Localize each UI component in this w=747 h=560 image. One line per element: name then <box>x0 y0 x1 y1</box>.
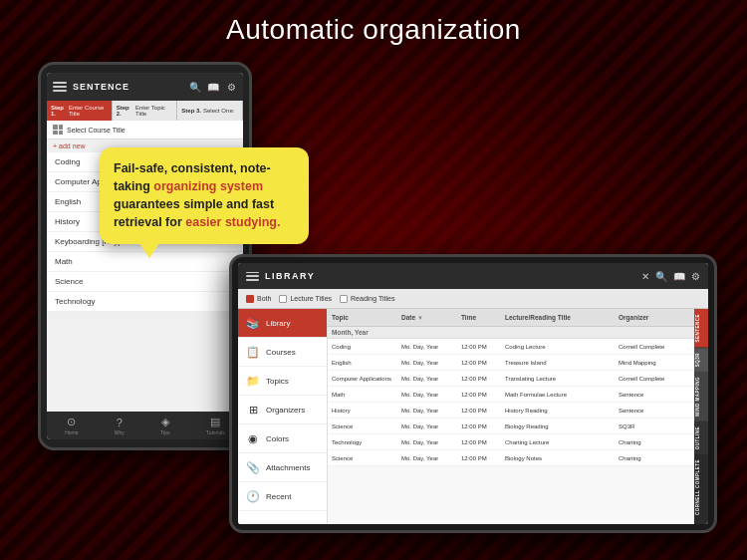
why-button[interactable]: ? Why <box>115 417 124 435</box>
question-icon: ? <box>117 417 123 428</box>
list-item[interactable]: Science <box>47 272 243 292</box>
filter-both[interactable]: Both <box>246 295 271 303</box>
tr-menu-icon[interactable] <box>246 272 259 281</box>
page-title: Automatic organization <box>0 14 747 46</box>
step-2-label: Enter Topic Title <box>135 105 172 117</box>
sidebar-item-organizers[interactable]: ⊞ Organizers <box>238 396 327 424</box>
sidebar-item-attachments[interactable]: 📎 Attachments <box>238 453 327 482</box>
sidetab-cornell[interactable]: CORNELL COMPLETE <box>694 454 708 520</box>
table-row[interactable]: Computer Applications Mo. Day, Year 12:0… <box>328 371 694 387</box>
tl-bottom-bar: ⊙ Home ? Why ◈ Tips ▤ Tutorials <box>47 412 243 439</box>
tutorials-icon: ▤ <box>210 416 220 428</box>
tr-table-header: Topic Date ▼ Time Lecture/Reading Title … <box>328 309 694 327</box>
tr-header-icons: ✕ 🔍 📖 ⚙ <box>641 271 700 282</box>
filter-reading[interactable]: Reading Titles <box>340 295 394 303</box>
table-row[interactable]: History Mo. Day, Year 12:00 PM History R… <box>328 403 694 419</box>
sidetab-mindmapping[interactable]: MIND MAPPING <box>694 372 708 421</box>
sidebar-item-topics[interactable]: 📁 Topics <box>238 367 327 396</box>
sidebar-label-organizers: Organizers <box>266 406 305 415</box>
step-3-label: Select One: <box>203 108 234 114</box>
sidebar-label-library: Library <box>266 319 290 328</box>
callout-bubble: Fail-safe, consistent, note-taking organ… <box>100 147 309 244</box>
sidebar-item-courses[interactable]: 📋 Courses <box>238 338 327 367</box>
courses-icon: 📋 <box>246 345 260 359</box>
sidetab-sqr[interactable]: SQ3R <box>694 348 708 372</box>
book-icon[interactable]: 📖 <box>207 81 219 93</box>
tips-button[interactable]: ◈ Tips <box>160 416 169 435</box>
th-time: Time <box>457 314 501 321</box>
td-title: Coding Lecture <box>501 344 615 350</box>
reading-label: Reading Titles <box>351 295 394 302</box>
colors-icon: ◉ <box>246 431 260 445</box>
step-1[interactable]: Step 1. Enter Course Title <box>47 101 113 121</box>
book-icon[interactable]: 📖 <box>673 271 685 282</box>
step-2[interactable]: Step 2. Enter Topic Title <box>113 101 178 121</box>
lecture-checkbox[interactable] <box>279 295 287 303</box>
table-row[interactable]: Technology Mo. Day, Year 12:00 PM Charti… <box>328 434 694 450</box>
both-checkbox[interactable] <box>246 295 254 303</box>
search-icon[interactable]: 🔍 <box>655 271 667 282</box>
tr-content: 📚 Library 📋 Courses 📁 Topics ⊞ Organizer… <box>238 309 708 524</box>
tr-group-header: Month, Year <box>328 327 694 339</box>
th-title: Lecture/Reading Title <box>501 314 615 321</box>
gear-icon[interactable]: ⚙ <box>691 271 700 282</box>
topics-icon: 📁 <box>246 374 260 388</box>
sidebar-label-recent: Recent <box>266 492 291 501</box>
tr-sidebar: 📚 Library 📋 Courses 📁 Topics ⊞ Organizer… <box>238 309 328 524</box>
home-icon: ⊙ <box>67 416 76 428</box>
search-icon[interactable]: 🔍 <box>189 81 201 93</box>
table-row[interactable]: Math Mo. Day, Year 12:00 PM Math Formula… <box>328 387 694 403</box>
gear-icon[interactable]: ⚙ <box>225 81 237 93</box>
step-1-num: Step 1. <box>51 105 67 117</box>
step-3-num: Step 3. <box>181 108 201 114</box>
library-icon: 📚 <box>246 316 260 330</box>
step-1-label: Enter Course Title <box>69 105 108 117</box>
td-topic: Coding <box>328 344 397 350</box>
tips-icon: ◈ <box>161 416 169 428</box>
tl-header: SENTENCE 🔍 📖 ⚙ <box>47 73 243 101</box>
sidebar-item-library[interactable]: 📚 Library <box>238 309 327 338</box>
both-label: Both <box>257 295 271 302</box>
step-2-num: Step 2. <box>117 105 133 117</box>
tl-course-title-bar[interactable]: Select Course Title <box>47 121 243 140</box>
table-row[interactable]: Science Mo. Day, Year 12:00 PM Biology R… <box>328 419 694 434</box>
recent-icon: 🕐 <box>246 489 260 503</box>
th-topic: Topic <box>328 314 397 321</box>
grid-icon <box>53 125 63 135</box>
filter-lecture[interactable]: Lecture Titles <box>279 295 332 303</box>
td-date: Mo. Day, Year <box>397 344 457 350</box>
tablet-right: LIBRARY ✕ 🔍 📖 ⚙ Both Lecture Titles Read… <box>229 254 717 533</box>
list-item[interactable]: Technology <box>47 292 243 312</box>
td-organizer: Cornell Complete <box>615 344 694 350</box>
th-organizer: Organizer <box>615 314 694 321</box>
menu-icon[interactable] <box>53 82 67 92</box>
tutorials-button[interactable]: ▤ Tutorials <box>206 416 225 435</box>
sidetab-sentence[interactable]: SENTENCE <box>694 309 708 348</box>
callout-highlight-1: organizing system <box>153 179 263 193</box>
sidebar-label-topics: Topics <box>266 377 289 386</box>
home-button[interactable]: ⊙ Home <box>65 416 78 435</box>
close-icon[interactable]: ✕ <box>641 271 649 282</box>
callout-highlight-2: easier studying. <box>185 215 280 229</box>
tr-sidetabs: SENTENCE SQ3R MIND MAPPING OUTLINE CORNE… <box>694 309 708 524</box>
attachments-icon: 📎 <box>246 460 260 474</box>
sidetab-outline[interactable]: OUTLINE <box>694 421 708 454</box>
sidebar-label-attachments: Attachments <box>266 463 310 472</box>
sidebar-item-colors[interactable]: ◉ Colors <box>238 424 327 453</box>
tr-app-title: LIBRARY <box>265 271 635 281</box>
tr-main-table: Topic Date ▼ Time Lecture/Reading Title … <box>328 309 694 524</box>
reading-checkbox[interactable] <box>340 295 348 303</box>
table-row[interactable]: Science Mo. Day, Year 12:00 PM Biology N… <box>328 450 694 466</box>
tr-header: LIBRARY ✕ 🔍 📖 ⚙ <box>238 263 708 289</box>
table-row[interactable]: Coding Mo. Day, Year 12:00 PM Coding Lec… <box>328 339 694 355</box>
td-time: 12:00 PM <box>457 344 501 350</box>
step-3[interactable]: Step 3. Select One: <box>177 101 243 121</box>
organizers-icon: ⊞ <box>246 403 260 417</box>
tablet-right-screen: LIBRARY ✕ 🔍 📖 ⚙ Both Lecture Titles Read… <box>238 263 708 524</box>
sort-arrow: ▼ <box>417 315 423 321</box>
sidebar-label-colors: Colors <box>266 434 289 443</box>
table-row[interactable]: English Mo. Day, Year 12:00 PM Treasure … <box>328 355 694 371</box>
sidebar-label-courses: Courses <box>266 348 296 357</box>
lecture-label: Lecture Titles <box>290 295 332 302</box>
sidebar-item-recent[interactable]: 🕐 Recent <box>238 482 327 511</box>
